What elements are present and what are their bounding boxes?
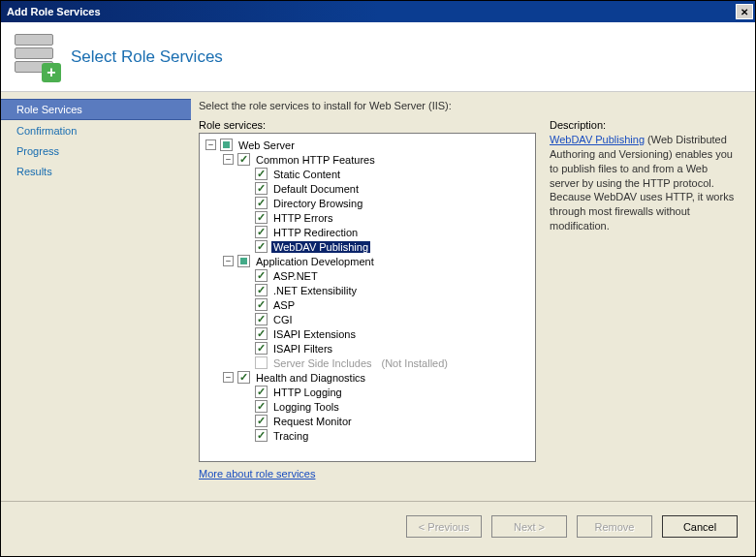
tree-node-hint: (Not Installed)	[382, 357, 448, 369]
tree-node-label[interactable]: Application Development	[254, 256, 376, 267]
sidebar-item-results[interactable]: Results	[1, 162, 191, 181]
tree-label: Role services:	[199, 119, 536, 131]
tree-node[interactable]: Directory Browsing	[202, 196, 533, 210]
previous-button[interactable]: < Previous	[406, 515, 482, 538]
titlebar: Add Role Services ✕	[1, 1, 755, 22]
checkbox[interactable]	[255, 226, 268, 238]
wizard-header: + Select Role Services	[1, 22, 755, 92]
collapse-icon[interactable]: −	[223, 372, 234, 383]
description-text: WebDAV Publishing (Web Distributed Autho…	[550, 133, 740, 233]
expand-placeholder	[240, 401, 251, 412]
wizard-button-row: < Previous Next > Remove Cancel	[1, 502, 755, 538]
tree-node[interactable]: −Web Server	[202, 138, 533, 152]
tree-node-label[interactable]: ISAPI Extensions	[271, 328, 358, 340]
tree-node-label[interactable]: Common HTTP Features	[254, 154, 377, 166]
close-button[interactable]: ✕	[736, 4, 753, 19]
tree-node[interactable]: HTTP Errors	[202, 210, 533, 225]
instruction-text: Select the role services to install for …	[199, 100, 740, 111]
tree-node[interactable]: ASP	[202, 297, 533, 312]
checkbox[interactable]	[255, 298, 268, 311]
role-services-tree[interactable]: −Web Server−Common HTTP FeaturesStatic C…	[199, 133, 536, 462]
tree-node-label[interactable]: Static Content	[271, 169, 342, 180]
checkbox[interactable]	[255, 284, 268, 296]
expand-placeholder	[240, 430, 251, 441]
checkbox[interactable]	[255, 429, 268, 442]
next-button[interactable]: Next >	[491, 515, 567, 538]
tree-node-label[interactable]: CGI	[271, 314, 295, 325]
description-label: Description:	[550, 119, 740, 131]
checkbox[interactable]	[255, 269, 268, 282]
checkbox[interactable]	[255, 386, 268, 398]
collapse-icon[interactable]: −	[205, 139, 216, 150]
tree-node-label[interactable]: Web Server	[236, 139, 297, 151]
tree-node[interactable]: −Application Development	[202, 254, 533, 268]
tree-node[interactable]: HTTP Logging	[202, 385, 533, 399]
tree-node[interactable]: ISAPI Filters	[202, 341, 533, 356]
checkbox[interactable]	[255, 240, 268, 253]
checkbox[interactable]	[237, 153, 250, 166]
checkbox[interactable]	[255, 197, 268, 209]
tree-node-label[interactable]: Directory Browsing	[271, 198, 364, 209]
checkbox[interactable]	[255, 168, 268, 180]
collapse-icon[interactable]: −	[223, 154, 234, 165]
tree-node[interactable]: CGI	[202, 312, 533, 326]
sidebar-item-role-services[interactable]: Role Services	[1, 99, 191, 120]
tree-node[interactable]: −Health and Diagnostics	[202, 370, 533, 385]
checkbox[interactable]	[255, 415, 268, 427]
description-body: (Web Distributed Authoring and Versionin…	[550, 134, 734, 232]
page-title: Select Role Services	[71, 47, 223, 67]
tree-node[interactable]: Tracing	[202, 428, 533, 443]
tree-node-label[interactable]: Server Side Includes	[271, 357, 374, 369]
checkbox[interactable]	[255, 313, 268, 325]
checkbox	[255, 356, 268, 369]
tree-node-label[interactable]: ASP.NET	[271, 270, 320, 282]
tree-node-label[interactable]: .NET Extensibility	[271, 285, 359, 296]
checkbox[interactable]	[255, 327, 268, 340]
checkbox[interactable]	[220, 139, 233, 151]
tree-node[interactable]: Default Document	[202, 181, 533, 196]
remove-button[interactable]: Remove	[577, 515, 652, 538]
expand-placeholder	[240, 416, 251, 426]
tree-node-label[interactable]: Default Document	[271, 183, 361, 195]
tree-node-label[interactable]: HTTP Redirection	[271, 227, 360, 238]
tree-node-label[interactable]: Tracing	[271, 430, 310, 442]
tree-node-label[interactable]: Request Monitor	[271, 416, 354, 427]
tree-node-label[interactable]: HTTP Errors	[271, 212, 335, 224]
expand-placeholder	[240, 299, 251, 310]
tree-node-label[interactable]: Logging Tools	[271, 401, 341, 413]
more-about-link[interactable]: More about role services	[199, 468, 315, 480]
tree-node[interactable]: HTTP Redirection	[202, 225, 533, 239]
tree-node-label[interactable]: ISAPI Filters	[271, 343, 334, 355]
wizard-steps-sidebar: Role ServicesConfirmationProgressResults	[1, 92, 191, 499]
tree-node[interactable]: −Common HTTP Features	[202, 152, 533, 167]
tree-node-label[interactable]: ASP	[271, 299, 297, 311]
tree-node[interactable]: Server Side Includes(Not Installed)	[202, 356, 533, 370]
tree-node-label[interactable]: HTTP Logging	[271, 387, 344, 398]
tree-node[interactable]: Logging Tools	[202, 399, 533, 414]
sidebar-item-progress[interactable]: Progress	[1, 141, 191, 161]
cancel-button[interactable]: Cancel	[662, 515, 738, 538]
checkbox[interactable]	[237, 371, 250, 384]
tree-node-label[interactable]: Health and Diagnostics	[254, 372, 367, 384]
tree-node[interactable]: ASP.NET	[202, 268, 533, 283]
tree-node[interactable]: Request Monitor	[202, 414, 533, 428]
sidebar-item-confirmation[interactable]: Confirmation	[1, 121, 191, 140]
expand-placeholder	[240, 198, 251, 208]
expand-placeholder	[240, 169, 251, 179]
tree-node[interactable]: Static Content	[202, 167, 533, 181]
tree-node[interactable]: ISAPI Extensions	[202, 326, 533, 341]
expand-placeholder	[240, 387, 251, 397]
checkbox[interactable]	[255, 400, 268, 413]
checkbox[interactable]	[255, 211, 268, 224]
tree-node-label[interactable]: WebDAV Publishing	[271, 241, 370, 253]
checkbox[interactable]	[255, 182, 268, 195]
checkbox[interactable]	[237, 255, 250, 267]
tree-node[interactable]: WebDAV Publishing	[202, 239, 533, 254]
expand-placeholder	[240, 357, 251, 368]
collapse-icon[interactable]: −	[223, 256, 234, 266]
expand-placeholder	[240, 241, 251, 252]
window-title: Add Role Services	[7, 6, 101, 17]
tree-node[interactable]: .NET Extensibility	[202, 283, 533, 297]
checkbox[interactable]	[255, 342, 268, 355]
description-topic-link[interactable]: WebDAV Publishing	[550, 134, 645, 145]
